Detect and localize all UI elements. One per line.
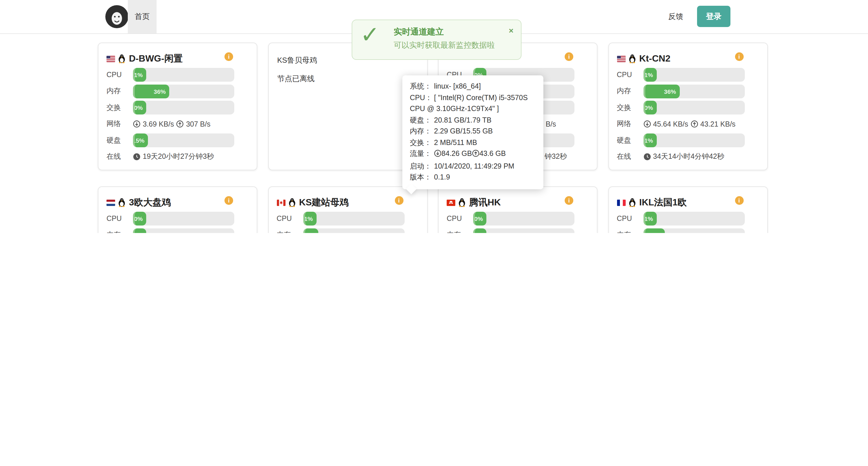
stat-label-swap: 交换	[106, 103, 133, 112]
server-card: Kt-CN2iCPU1%内存36%交换0%网络45.64 KB/s43.21 K…	[608, 42, 768, 170]
stat-value-uptime: 34天14小时4分钟42秒	[643, 152, 724, 162]
tooltip-label: 交换：	[410, 137, 434, 148]
tooltip-row: 硬盘：20.81 GB/1.79 TB	[410, 115, 536, 126]
stat-row-disk: 硬盘15%	[106, 133, 249, 147]
stat-row-mem: 内存36%	[617, 84, 759, 98]
stat-label-mem: 内存	[106, 86, 133, 96]
tooltip-value-up: 43.6 GB	[479, 149, 506, 158]
stat-label-cpu: CPU	[106, 71, 133, 79]
tooltip-row: 内存：2.29 GB/15.55 GB	[410, 126, 536, 137]
flag-us-icon	[617, 56, 625, 62]
progress-track: 11%	[643, 133, 745, 147]
progress-track: 1%	[643, 68, 745, 82]
linux-tux-icon	[628, 54, 636, 63]
site-logo[interactable]	[105, 5, 128, 28]
progress-fill: 0%	[473, 212, 486, 226]
server-name: 3欧大盘鸡	[129, 197, 171, 208]
stat-row-swap: 交换0%	[617, 101, 759, 114]
uptime-value: 19天20小时27分钟3秒	[143, 152, 214, 162]
stat-row-uptime: 在线19天20小时27分钟3秒	[106, 150, 249, 164]
tooltip-label: 流量：	[410, 148, 434, 160]
stat-row-net: 网络45.64 KB/s43.21 KB/s	[617, 117, 759, 131]
tooltip-label: 内存：	[410, 126, 434, 137]
stat-row-uptime: 在线34天14小时4分钟42秒	[617, 150, 759, 164]
server-card: KS建站母鸡iCPU1%内存15%交换0%网络47 KB/s39.32 KB/s…	[268, 187, 427, 233]
progress-track: 0%	[473, 212, 575, 226]
info-icon[interactable]: i	[224, 52, 233, 61]
tooltip-value-down: 84.26 GB	[441, 149, 472, 158]
progress-track: 15%	[303, 228, 404, 233]
stat-value-uptime: 19天20小时27分钟3秒	[133, 152, 214, 162]
info-icon[interactable]: i	[565, 52, 573, 61]
progress-value: 0%	[644, 104, 656, 111]
progress-value: 36%	[664, 88, 680, 95]
progress-value: 15%	[303, 232, 318, 233]
nav-feedback-link[interactable]: 反馈	[668, 0, 683, 33]
info-icon[interactable]: i	[224, 196, 233, 205]
progress-value: 21%	[649, 232, 664, 233]
info-icon[interactable]: i	[395, 196, 403, 205]
info-icon[interactable]: i	[735, 196, 743, 205]
progress-track: 1%	[643, 212, 745, 226]
progress-fill: 0%	[133, 101, 146, 114]
progress-track: 36%	[643, 84, 745, 98]
server-name: D-BWG-闲置	[129, 53, 183, 65]
toast-title: 实时通道建立	[394, 27, 444, 37]
net-down: 45.64 KB/s	[653, 120, 688, 128]
progress-fill: 3%	[473, 228, 486, 233]
progress-value: 15%	[133, 137, 148, 144]
server-card: D-BWG-闲置iCPU1%内存36%交换0%网络3.69 KB/s307 B/…	[98, 42, 257, 170]
net-up: 43.21 KB/s	[700, 120, 735, 128]
tooltip-label: 版本：	[410, 172, 434, 183]
progress-track: 15%	[133, 133, 234, 147]
tooltip-row: 交换：2 MB/511 MB	[410, 137, 536, 148]
server-card: 腾讯HKiCPU0%内存3%交换NaN%网络129 B/s187 B/s硬盘57…	[438, 187, 597, 233]
tab-home[interactable]: 首页	[128, 0, 157, 33]
flag-us-icon	[106, 56, 115, 62]
tooltip-value: 10/14/2020, 11:49:29 PM	[434, 162, 514, 170]
progress-track: 0%	[133, 212, 234, 226]
flag-fr-icon	[617, 199, 625, 206]
tooltip-row: 启动：10/14/2020, 11:49:29 PM	[410, 161, 536, 172]
uptime-value: 34天14小时4分钟42秒	[653, 152, 724, 162]
stat-label-uptime: 在线	[106, 152, 133, 162]
stat-row-mem: 内存3%	[447, 228, 589, 233]
server-name: KS建站母鸡	[299, 197, 348, 208]
progress-value: 0%	[474, 215, 486, 222]
tooltip-row: CPU：[ "Intel(R) Core(TM) i5-3570S CPU @ …	[410, 92, 536, 115]
linux-tux-icon	[118, 198, 125, 207]
linux-tux-icon	[628, 198, 636, 207]
stat-row-net: 网络3.69 KB/s307 B/s	[106, 117, 249, 131]
close-icon[interactable]: ×	[509, 26, 514, 35]
stat-row-cpu: CPU1%	[617, 68, 759, 82]
tooltip-rows: 系统：linux- [x86_64]CPU：[ "Intel(R) Core(T…	[410, 81, 536, 183]
tooltip-label: 系统：	[410, 81, 434, 92]
progress-value: 0%	[134, 104, 146, 111]
stat-row-mem: 内存6%	[106, 228, 249, 233]
progress-fill: 21%	[643, 228, 664, 233]
progress-fill: 1%	[133, 68, 146, 82]
info-icon[interactable]: i	[735, 52, 743, 61]
tooltip-label: 启动：	[410, 161, 434, 172]
progress-value: 0%	[134, 215, 146, 222]
tooltip-label: 硬盘：	[410, 115, 434, 126]
success-toast: ✓ 实时通道建立 可以实时获取最新监控数据啦 ×	[352, 20, 522, 60]
stat-label-cpu: CPU	[106, 214, 133, 223]
login-button[interactable]: 登录	[697, 6, 731, 27]
stat-value-net: 3.69 KB/s307 B/s	[133, 120, 210, 128]
info-icon[interactable]: i	[565, 196, 573, 205]
stat-value-net: 45.64 KB/s43.21 KB/s	[643, 120, 736, 128]
stat-row-swap: 交换0%	[106, 101, 249, 114]
server-card: 3欧大盘鸡iCPU0%内存6%交换0%网络771 B/s253 B/s硬盘1%在…	[98, 187, 257, 233]
server-name: IKL法国1欧	[639, 197, 687, 208]
linux-tux-icon	[118, 54, 125, 63]
stat-label-mem: 内存	[617, 230, 643, 233]
linux-tux-icon	[288, 198, 296, 207]
tooltip-row: 版本：0.1.9	[410, 172, 536, 183]
tooltip-row: 系统：linux- [x86_64]	[410, 81, 536, 92]
progress-value: 1%	[644, 71, 656, 78]
tooltip-value: 2.29 GB/15.55 GB	[434, 127, 493, 135]
uptime-fragment: 钟32秒	[545, 152, 567, 162]
progress-fill: 1%	[303, 212, 316, 226]
stat-label-swap: 交换	[617, 103, 643, 112]
